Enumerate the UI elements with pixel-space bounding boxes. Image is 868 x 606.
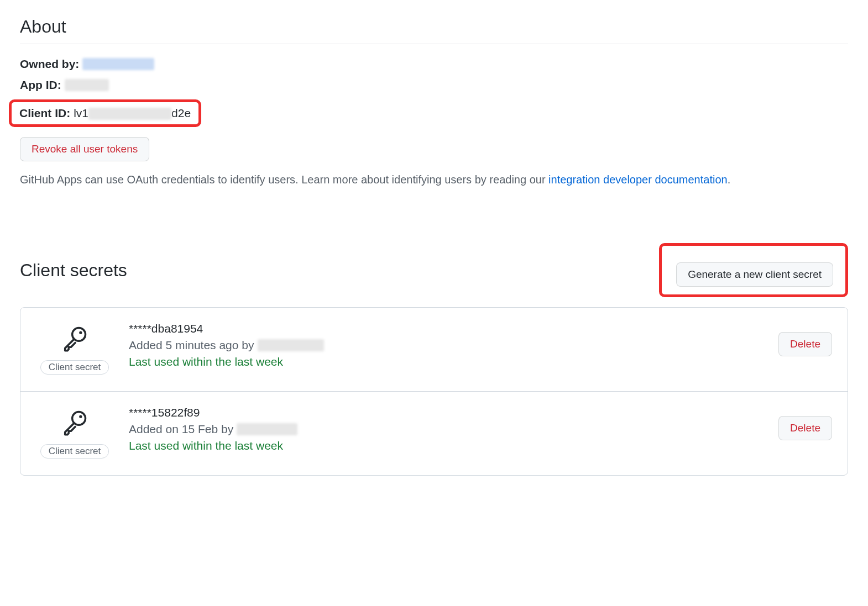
secret-author-redacted (237, 423, 297, 435)
owned-by-value-redacted (82, 58, 154, 70)
secret-last-used: Last used within the last week (129, 439, 763, 452)
delete-secret-button[interactable]: Delete (778, 332, 832, 356)
client-secrets-section: Client secrets Generate a new client sec… (20, 243, 848, 476)
about-heading: About (20, 17, 848, 44)
client-secret-badge: Client secret (40, 444, 109, 459)
client-id-label: Client ID: (19, 107, 70, 120)
client-secret-item: Client secret *****15822f89 Added on 15 … (20, 391, 848, 475)
secret-added-info: Added on 15 Feb by (129, 423, 763, 436)
client-id-redacted (88, 108, 171, 120)
generate-secret-highlight: Generate a new client secret (659, 243, 848, 297)
client-secret-badge: Client secret (40, 360, 109, 375)
key-icon (60, 408, 89, 440)
app-id-label: App ID: (20, 78, 61, 92)
secret-masked-value: *****dba81954 (129, 322, 763, 335)
client-id-highlight: Client ID: lv1d2e (9, 99, 848, 135)
about-description: GitHub Apps can use OAuth credentials to… (20, 171, 848, 188)
svg-point-1 (79, 331, 82, 334)
generate-client-secret-button[interactable]: Generate a new client secret (676, 262, 833, 287)
app-id-row: App ID: (20, 78, 848, 92)
delete-secret-button[interactable]: Delete (778, 416, 832, 440)
secret-masked-value: *****15822f89 (129, 406, 763, 419)
client-id-value: lv1d2e (74, 107, 191, 120)
revoke-tokens-button[interactable]: Revoke all user tokens (20, 137, 149, 161)
client-secrets-heading: Client secrets (20, 260, 127, 281)
client-secret-item: Client secret *****dba81954 Added 5 minu… (20, 308, 848, 391)
owned-by-label: Owned by: (20, 57, 79, 71)
owned-by-row: Owned by: (20, 57, 848, 71)
key-icon (60, 324, 89, 356)
client-secrets-list: Client secret *****dba81954 Added 5 minu… (20, 307, 848, 476)
docs-link[interactable]: integration developer documentation (548, 173, 728, 186)
about-section: About Owned by: App ID: Client ID: lv1d2… (20, 17, 848, 188)
secret-added-info: Added 5 minutes ago by (129, 339, 763, 352)
secret-author-redacted (258, 339, 324, 351)
app-id-value-redacted (65, 79, 109, 91)
secret-last-used: Last used within the last week (129, 355, 763, 368)
svg-point-3 (79, 415, 82, 418)
